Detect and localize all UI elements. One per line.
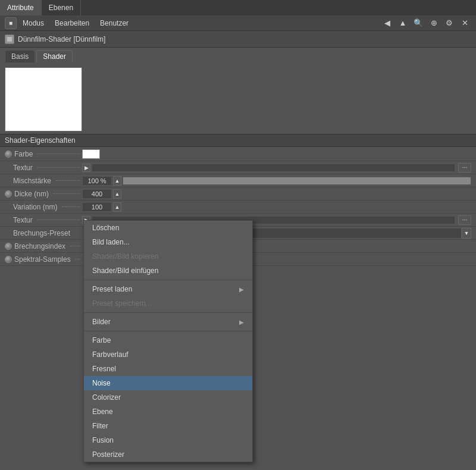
mischstaerke-up[interactable]: ▲ xyxy=(113,176,121,186)
brechungsindex-indicator xyxy=(5,243,12,250)
svg-rect-1 xyxy=(7,37,12,42)
prop-label-textur1: Textur xyxy=(5,164,82,172)
ctx-filter[interactable]: Filter xyxy=(84,419,252,433)
ctx-sep-1 xyxy=(84,280,252,280)
ctx-farbe[interactable]: Farbe xyxy=(84,333,252,347)
ctx-posterizer[interactable]: Posterizer xyxy=(84,447,252,462)
prop-label-farbe: Farbe xyxy=(5,150,82,158)
ctx-shader-einfuegen[interactable]: Shader/Bild einfügen xyxy=(84,264,252,278)
ctx-sep-2 xyxy=(84,312,252,313)
top-tab-bar: Attribute Ebenen xyxy=(0,0,476,15)
ctx-preset-laden[interactable]: Preset laden ▶ xyxy=(84,282,252,296)
sub-tab-bar: Basis Shader xyxy=(0,48,476,62)
textur2-more[interactable]: ··· xyxy=(458,215,471,225)
menu-bar: ■ Modus Bearbeiten Benutzer ◀ ▲ 🔍 ⊕ ⚙ ✕ xyxy=(0,15,476,31)
toolbar-add[interactable]: ⊕ xyxy=(427,17,440,30)
toolbar-up[interactable]: ▲ xyxy=(396,17,409,30)
prop-row-variation: Variation (nm) ▲ xyxy=(0,200,476,214)
menu-bearbeiten[interactable]: Bearbeiten xyxy=(50,18,94,29)
prop-label-mischstaerke: Mischstärke xyxy=(5,177,82,185)
toolbar-back[interactable]: ◀ xyxy=(381,17,394,30)
toolbar-close[interactable]: ✕ xyxy=(458,17,471,30)
menu-bar-right: ◀ ▲ 🔍 ⊕ ⚙ ✕ xyxy=(381,17,471,30)
context-menu: Löschen Bild laden... Shader/Bild kopier… xyxy=(83,220,253,462)
toolbar-search[interactable]: 🔍 xyxy=(412,17,425,30)
ctx-preset-laden-arrow: ▶ xyxy=(239,286,244,293)
menu-modus[interactable]: Modus xyxy=(18,18,49,29)
dicke-indicator xyxy=(5,190,12,198)
shader-preview xyxy=(5,67,82,131)
subtab-basis[interactable]: Basis xyxy=(5,50,35,62)
ctx-sep-3 xyxy=(84,331,252,331)
ctx-fusion[interactable]: Fusion xyxy=(84,433,252,447)
app-icon: ■ xyxy=(5,17,17,29)
ctx-bilder[interactable]: Bilder ▶ xyxy=(84,315,252,329)
tab-ebenen[interactable]: Ebenen xyxy=(42,0,81,15)
prop-row-dicke: Dicke (nm) ▲ xyxy=(0,187,476,200)
shader-icon xyxy=(5,35,14,44)
ctx-bilder-arrow: ▶ xyxy=(239,319,244,325)
mischstaerke-track xyxy=(123,177,471,185)
prop-label-variation: Variation (nm) xyxy=(5,203,82,211)
ctx-farbverlauf[interactable]: Farbverlauf xyxy=(84,347,252,362)
dicke-input[interactable] xyxy=(82,189,112,199)
menu-benutzer[interactable]: Benutzer xyxy=(95,18,133,29)
textur1-track xyxy=(92,164,455,172)
toolbar-settings[interactable]: ⚙ xyxy=(443,17,456,30)
prop-label-textur2: Textur xyxy=(5,216,82,224)
prop-label-spektral-samples: Spektral-Samples xyxy=(5,255,82,264)
spektral-indicator xyxy=(5,256,12,263)
ctx-noise[interactable]: Noise xyxy=(84,376,252,390)
variation-up[interactable]: ▲ xyxy=(113,202,121,212)
ctx-preset-speichern: Preset speichern... xyxy=(84,296,252,311)
dicke-up[interactable]: ▲ xyxy=(113,189,121,199)
preview-area xyxy=(0,62,476,134)
title-bar: Dünnfilm-Shader [Dünnfilm] xyxy=(0,31,476,48)
textur1-more[interactable]: ··· xyxy=(458,163,471,173)
prop-label-brechungsindex: Brechungsindex xyxy=(5,242,82,250)
mischstaerke-input[interactable] xyxy=(82,176,112,186)
ctx-ebene[interactable]: Ebene xyxy=(84,405,252,419)
subtab-shader[interactable]: Shader xyxy=(36,50,73,62)
tab-attribute[interactable]: Attribute xyxy=(0,0,42,15)
variation-input[interactable] xyxy=(82,202,112,212)
farbe-indicator xyxy=(5,151,12,158)
ctx-fresnel[interactable]: Fresnel xyxy=(84,362,252,376)
ctx-bild-laden[interactable]: Bild laden... xyxy=(84,235,252,249)
brechungs-preset-dropdown[interactable]: ▼ xyxy=(462,228,471,239)
ctx-loeschen[interactable]: Löschen xyxy=(84,221,252,235)
menu-bar-left: ■ Modus Bearbeiten Benutzer xyxy=(5,17,133,29)
page-title: Dünnfilm-Shader [Dünnfilm] xyxy=(18,35,105,43)
prop-label-dicke: Dicke (nm) xyxy=(5,190,82,198)
ctx-colorizer[interactable]: Colorizer xyxy=(84,390,252,405)
section-header-shader: Shader-Eigenschaften xyxy=(0,134,476,147)
prop-row-textur1: Textur ▶ ··· xyxy=(0,161,476,174)
ctx-shader-kopieren: Shader/Bild kopieren xyxy=(84,249,252,264)
prop-row-mischstaerke: Mischstärke ▲ xyxy=(0,174,476,187)
textur1-arrow[interactable]: ▶ xyxy=(82,164,90,172)
prop-label-brechungs-preset: Brechungs-Preset xyxy=(5,229,82,237)
prop-row-farbe: Farbe xyxy=(0,147,476,161)
farbe-color-swatch[interactable] xyxy=(82,149,100,159)
